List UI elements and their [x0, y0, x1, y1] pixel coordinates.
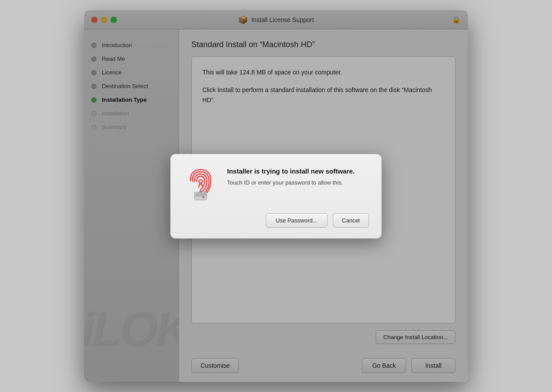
- svg-marker-4: [199, 189, 202, 192]
- modal-title: Installer is trying to install new softw…: [227, 167, 369, 175]
- modal-text: Installer is trying to install new softw…: [227, 167, 369, 187]
- use-password-button[interactable]: Use Password...: [266, 213, 328, 228]
- modal-buttons: Use Password... Cancel: [183, 213, 369, 228]
- modal-icon: [183, 167, 218, 203]
- modal-content: Installer is trying to install new softw…: [183, 167, 369, 203]
- auth-modal: Installer is trying to install new softw…: [170, 154, 382, 239]
- modal-overlay: Installer is trying to install new softw…: [84, 10, 468, 382]
- modal-subtitle: Touch ID or enter your password to allow…: [227, 178, 369, 187]
- installer-window: 📦 Install License Support 🔒 iLOK Introdu…: [84, 10, 468, 382]
- svg-point-3: [202, 196, 205, 198]
- modal-cancel-button[interactable]: Cancel: [333, 213, 369, 228]
- svg-rect-2: [195, 193, 206, 196]
- fingerprint-icon: [183, 167, 218, 203]
- svg-point-0: [199, 180, 202, 183]
